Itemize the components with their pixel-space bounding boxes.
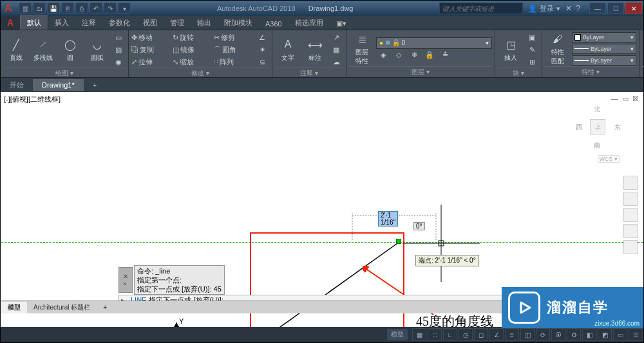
- status-grid-icon[interactable]: ▦: [412, 328, 426, 341]
- wcs-dropdown[interactable]: WCS ▾: [598, 155, 620, 163]
- status-cycle-icon[interactable]: ⟳: [536, 328, 550, 341]
- linetype-dropdown[interactable]: ByLayer▾: [572, 44, 636, 54]
- tab-view[interactable]: 视图: [137, 16, 164, 30]
- panel-title-layers[interactable]: 图层 ▾: [349, 66, 492, 77]
- layer-match-icon[interactable]: ≛: [438, 50, 452, 61]
- offset-icon[interactable]: ⊆: [255, 56, 269, 68]
- arc-button[interactable]: ◡圆弧: [84, 33, 110, 66]
- close-button[interactable]: ✕: [625, 3, 642, 14]
- nav-orbit-icon[interactable]: [623, 224, 638, 238]
- table-icon[interactable]: ▦: [329, 44, 343, 55]
- status-osnap-icon[interactable]: ◻: [474, 328, 488, 341]
- layout-arch[interactable]: Architectural 标题栏: [27, 302, 97, 313]
- dynamic-length-input[interactable]: 2'-1 1/16": [378, 211, 398, 227]
- tab-home[interactable]: 默认: [20, 15, 48, 30]
- doc-min-icon[interactable]: —: [611, 95, 618, 103]
- dimension-button[interactable]: ⟷标注: [302, 33, 328, 66]
- dynamic-angle-input[interactable]: 0°: [413, 222, 425, 230]
- layer-lock-icon[interactable]: 🔒: [422, 50, 437, 61]
- explode-icon[interactable]: ✶: [255, 44, 269, 55]
- help-icon[interactable]: ?: [576, 4, 580, 13]
- layout-model[interactable]: 模型: [1, 302, 27, 313]
- attr-icon[interactable]: ⊞: [525, 56, 539, 68]
- edit-block-icon[interactable]: ✎: [525, 44, 539, 55]
- copy-button[interactable]: ⿻复制: [131, 44, 170, 55]
- text-button[interactable]: A文字: [275, 33, 301, 66]
- tab-output[interactable]: 输出: [191, 16, 218, 30]
- drawing-area[interactable]: [-][俯视][二维线框] — ▭ ☒ 2'-1 1/16" 0° 端点: 2'…: [1, 92, 643, 313]
- qat-save-icon[interactable]: 💾: [47, 3, 60, 14]
- rotate-button[interactable]: ↻旋转: [173, 32, 211, 43]
- circle-button[interactable]: ◯圆: [57, 33, 83, 66]
- qat-saveas-icon[interactable]: ⎘: [61, 3, 74, 14]
- mirror-button[interactable]: ◫镜像: [173, 44, 211, 55]
- stretch-button[interactable]: ⤢拉伸: [131, 56, 170, 68]
- viewport-label[interactable]: [-][俯视][二维线框]: [4, 95, 61, 104]
- trim-button[interactable]: ✂修剪: [214, 32, 252, 43]
- viewcube-north[interactable]: 北: [594, 105, 600, 114]
- doc-close-icon[interactable]: ☒: [632, 95, 639, 103]
- create-block-icon[interactable]: ▣: [525, 32, 539, 43]
- qat-open-icon[interactable]: 🗀: [33, 3, 46, 14]
- hatch-icon[interactable]: ▨: [111, 44, 126, 55]
- line-button[interactable]: ╱直线: [3, 33, 29, 66]
- panel-title-properties[interactable]: 特性 ▾: [545, 66, 636, 77]
- nav-zoom-icon[interactable]: [623, 208, 638, 222]
- tab-extra-icon[interactable]: ▣▾: [330, 17, 353, 30]
- color-dropdown[interactable]: ByLayer▾: [572, 32, 636, 42]
- qat-undo-icon[interactable]: ↶: [90, 3, 102, 14]
- status-transp-icon[interactable]: ◫: [520, 328, 535, 341]
- app-logo-icon[interactable]: A: [1, 15, 20, 30]
- polyline-button[interactable]: ⟋多段线: [30, 33, 56, 66]
- login-button[interactable]: 👤 登录 ▾: [528, 4, 560, 14]
- status-workspace-icon[interactable]: ⚙: [567, 328, 581, 341]
- panel-title-draw[interactable]: 绘图 ▾: [3, 68, 126, 79]
- layer-freeze-icon[interactable]: ❄: [407, 50, 421, 61]
- status-clean-icon[interactable]: ▭: [613, 328, 627, 341]
- status-monitor-icon[interactable]: ◧: [582, 328, 596, 341]
- fillet-button[interactable]: ⌒圆角: [214, 44, 252, 55]
- qat-plot-icon[interactable]: ⎙: [75, 3, 88, 14]
- help-search-input[interactable]: [439, 3, 523, 14]
- tab-annotate[interactable]: 注释: [75, 16, 102, 30]
- doc-restore-icon[interactable]: ▭: [622, 95, 629, 103]
- tab-addins[interactable]: 附加模块: [218, 16, 259, 30]
- status-snap-icon[interactable]: ∷: [428, 328, 442, 341]
- tab-a360[interactable]: A360: [259, 18, 289, 30]
- insert-block-button[interactable]: ◳插入: [498, 33, 524, 66]
- status-model-button[interactable]: 模型: [387, 329, 408, 340]
- qat-more-icon[interactable]: ▾: [118, 3, 131, 14]
- status-lweight-icon[interactable]: ≡: [505, 328, 519, 341]
- nav-wheel-icon[interactable]: [623, 176, 638, 190]
- command-close-button[interactable]: ✕»: [118, 267, 133, 293]
- tab-manage[interactable]: 管理: [164, 16, 191, 30]
- layer-dropdown[interactable]: ● ❄ 🔓 0 ▾: [376, 37, 492, 49]
- tab-add-button[interactable]: +: [84, 79, 102, 91]
- leader-icon[interactable]: ↗: [329, 32, 343, 43]
- layout-add-button[interactable]: +: [97, 302, 113, 312]
- tab-featured[interactable]: 精选应用: [289, 16, 330, 30]
- tab-drawing1[interactable]: Drawing1*: [33, 79, 84, 91]
- minimize-button[interactable]: —: [589, 3, 606, 14]
- scale-button[interactable]: ⤡缩放: [173, 56, 211, 68]
- tab-start[interactable]: 开始: [1, 79, 33, 92]
- tab-insert[interactable]: 插入: [48, 16, 75, 30]
- erase-icon[interactable]: ∠: [255, 32, 269, 43]
- layer-iso-icon[interactable]: ◈: [376, 50, 390, 61]
- status-annoscale-icon[interactable]: ⦿: [551, 328, 565, 341]
- viewcube[interactable]: 北 南 西 东 上: [576, 105, 621, 150]
- match-props-button[interactable]: 🖌特性 匹配: [545, 32, 571, 66]
- panel-title-block[interactable]: 块 ▾: [498, 68, 539, 79]
- viewcube-top-face[interactable]: 上: [590, 119, 605, 134]
- status-isolate-icon[interactable]: ◩: [598, 328, 612, 341]
- layer-off-icon[interactable]: ◇: [392, 50, 406, 61]
- app-menu-icon[interactable]: A: [1, 1, 16, 16]
- exchange-icon[interactable]: ✕: [565, 4, 572, 13]
- tab-parametric[interactable]: 参数化: [102, 16, 137, 30]
- status-polar-icon[interactable]: ◷: [459, 328, 473, 341]
- status-custom-icon[interactable]: ☰: [629, 328, 643, 341]
- viewcube-south[interactable]: 南: [594, 141, 600, 150]
- nav-pan-icon[interactable]: [623, 192, 638, 206]
- lineweight-dropdown[interactable]: ByLayer▾: [572, 55, 636, 66]
- layer-props-button[interactable]: ≣图层 特性: [349, 32, 375, 66]
